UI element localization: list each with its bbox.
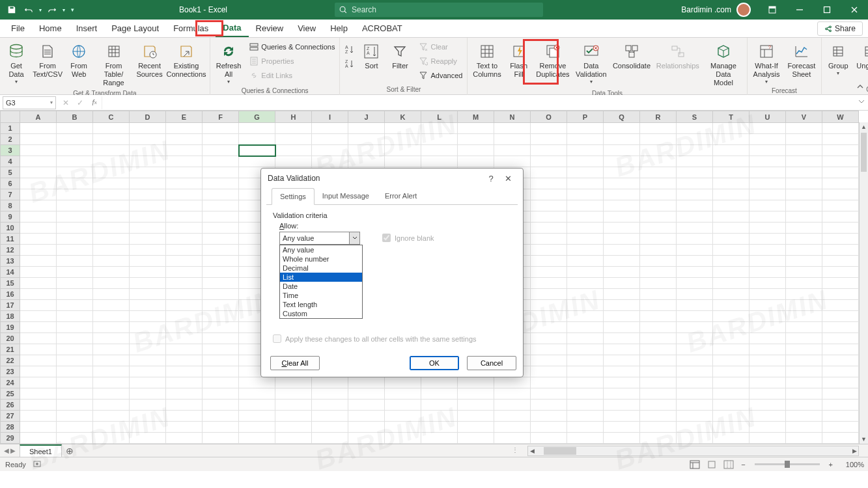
cell[interactable] (93, 422, 130, 433)
cell[interactable] (749, 223, 786, 234)
cell[interactable] (458, 377, 494, 388)
cell[interactable] (677, 211, 713, 223)
cell[interactable] (822, 377, 859, 388)
cell[interactable] (713, 278, 749, 289)
cell[interactable] (166, 344, 203, 355)
tab-acrobat[interactable]: ACROBAT (355, 20, 410, 37)
cell[interactable] (640, 411, 677, 422)
cell[interactable] (20, 123, 57, 134)
cell[interactable] (531, 322, 567, 333)
cell[interactable] (348, 433, 385, 444)
cell[interactable] (786, 200, 822, 211)
chevron-down-icon[interactable]: ▾ (50, 100, 53, 105)
cell[interactable] (822, 234, 859, 245)
cell[interactable] (567, 422, 604, 433)
cell[interactable] (494, 145, 531, 156)
cell[interactable] (604, 400, 640, 411)
cell[interactable] (713, 256, 749, 267)
cell[interactable] (822, 278, 859, 289)
cell[interactable] (677, 256, 713, 267)
allow-combobox[interactable]: Any value (279, 232, 360, 245)
cell[interactable] (166, 278, 203, 289)
column-header[interactable]: Q (604, 111, 640, 123)
forecast-sheet-button[interactable]: ForecastSheet (785, 40, 819, 80)
cell[interactable] (531, 234, 567, 245)
cell[interactable] (822, 211, 859, 223)
cell[interactable] (677, 344, 713, 355)
allow-option[interactable]: Time (280, 291, 362, 300)
cell[interactable] (531, 411, 567, 422)
cell[interactable] (822, 322, 859, 333)
cell[interactable] (677, 167, 713, 178)
cell[interactable] (604, 178, 640, 189)
cell[interactable] (458, 411, 494, 422)
cell[interactable] (130, 223, 166, 234)
cell[interactable] (749, 134, 786, 145)
cell[interactable] (677, 156, 713, 167)
cell[interactable] (57, 223, 93, 234)
cell[interactable] (604, 333, 640, 344)
cell[interactable] (749, 145, 786, 156)
cell[interactable] (312, 433, 348, 444)
cell[interactable] (786, 234, 822, 245)
cell[interactable] (20, 234, 57, 245)
cell[interactable] (130, 256, 166, 267)
cell[interactable] (57, 289, 93, 300)
cell[interactable] (130, 322, 166, 333)
cell[interactable] (677, 300, 713, 311)
cell[interactable] (20, 377, 57, 388)
cell[interactable] (749, 366, 786, 377)
cell[interactable] (166, 377, 203, 388)
cell[interactable] (567, 145, 604, 156)
vertical-scrollbar[interactable]: ▲ ▼ (859, 122, 868, 444)
cell[interactable] (677, 267, 713, 278)
cell[interactable] (749, 211, 786, 223)
cell[interactable] (93, 134, 130, 145)
cell[interactable] (677, 355, 713, 366)
cell[interactable] (786, 400, 822, 411)
cell[interactable] (640, 145, 677, 156)
sort-az-button[interactable]: AZ (344, 43, 356, 56)
cell[interactable] (749, 156, 786, 167)
zoom-out-button[interactable]: − (738, 461, 748, 468)
cell[interactable] (166, 267, 203, 278)
cell[interactable] (567, 123, 604, 134)
cell[interactable] (166, 145, 203, 156)
cell[interactable] (749, 355, 786, 366)
cell[interactable] (749, 234, 786, 245)
cell[interactable] (749, 167, 786, 178)
cell[interactable] (640, 433, 677, 444)
cell[interactable] (203, 189, 239, 200)
cell[interactable] (57, 145, 93, 156)
allow-option[interactable]: Decimal (280, 264, 362, 273)
cell[interactable] (531, 123, 567, 134)
account-name[interactable]: Bardimin .com (681, 5, 731, 14)
cell[interactable] (93, 267, 130, 278)
column-header[interactable]: A (20, 111, 57, 123)
cell[interactable] (713, 311, 749, 322)
cell[interactable] (567, 366, 604, 377)
cell[interactable] (203, 134, 239, 145)
cell[interactable] (786, 388, 822, 400)
cell[interactable] (57, 355, 93, 366)
cell[interactable] (822, 333, 859, 344)
cell[interactable] (93, 411, 130, 422)
cell[interactable] (567, 211, 604, 223)
cell[interactable] (822, 134, 859, 145)
cell[interactable] (822, 433, 859, 444)
cell[interactable] (531, 344, 567, 355)
cell[interactable] (275, 422, 312, 433)
cell[interactable] (713, 211, 749, 223)
cell[interactable] (20, 211, 57, 223)
cell[interactable] (385, 156, 421, 167)
cell[interactable] (20, 400, 57, 411)
cell[interactable] (57, 234, 93, 245)
cell[interactable] (822, 189, 859, 200)
cell[interactable] (822, 355, 859, 366)
column-header[interactable]: B (57, 111, 93, 123)
cell[interactable] (93, 223, 130, 234)
cell[interactable] (130, 234, 166, 245)
sheet-nav-prev-icon[interactable]: ◀ (4, 447, 9, 454)
cell[interactable] (203, 388, 239, 400)
cell[interactable] (93, 145, 130, 156)
